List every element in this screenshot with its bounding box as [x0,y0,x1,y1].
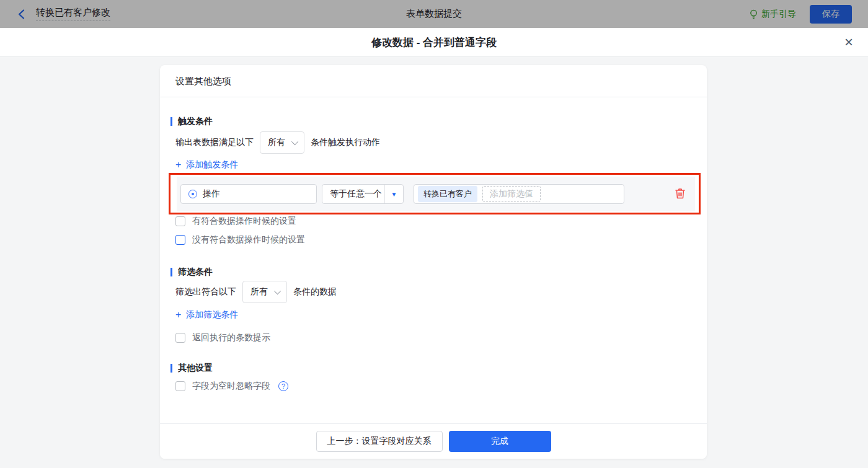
checkbox-row-count-hint: 返回执行的条数提示 [175,332,270,343]
add-filter-condition-label: 添加筛选条件 [186,309,238,320]
plus-icon: + [175,159,181,170]
checkbox-no-data-label: 没有符合数据操作时候的设置 [192,234,305,245]
checkbox-row-has-data: 有符合数据操作时候的设置 [175,216,296,227]
modal-title: 修改数据 - 合并到普通字段 [371,35,497,50]
plus-icon: + [175,309,181,320]
section-filter-title: 筛选条件 [178,267,213,278]
add-trigger-condition-link[interactable]: + 添加触发条件 [175,159,238,170]
card-footer: 上一步：设置字段对应关系 完成 [160,423,707,459]
trigger-prefix: 输出表数据满足以下 [175,137,254,148]
checkbox-row-no-data: 没有符合数据操作时候的设置 [175,234,305,245]
condition-operator-select[interactable]: 等于任意一个 ▼ [322,184,404,204]
modal-dim-overlay [0,0,868,28]
checkbox-row-ignore-empty: 字段为空时忽略字段 ? [175,381,288,392]
trigger-suffix: 条件触发执行动作 [311,137,380,148]
close-icon[interactable]: × [844,35,853,50]
caret-down-icon: ▼ [391,191,397,198]
chevron-down-icon [291,138,298,145]
checkbox-has-data[interactable] [175,216,185,226]
section-bar [170,268,172,276]
filter-suffix: 条件的数据 [293,286,337,298]
topbar: 表单数据提交 转换已有客户修改 新手引导 保存 [0,0,868,28]
trigger-match-row: 输出表数据满足以下 所有 条件触发执行动作 [175,131,380,154]
condition-field-value: 操作 [203,188,220,200]
radio-field-icon [188,190,197,198]
delete-icon[interactable] [675,187,687,201]
section-filter-heading: 筛选条件 [170,267,213,278]
checkbox-count-hint[interactable] [175,333,185,343]
previous-step-button[interactable]: 上一步：设置字段对应关系 [316,431,443,452]
section-bar [170,117,172,126]
condition-field-select[interactable]: 操作 [180,184,317,204]
filter-prefix: 筛选出符合以下 [175,286,236,298]
filter-match-select[interactable]: 所有 [242,281,287,303]
filter-match-value: 所有 [250,286,268,298]
condition-value-input[interactable]: 转换已有客户 添加筛选值 [414,184,624,204]
section-other-heading: 其他设置 [170,363,213,374]
checkbox-ignore-empty-label: 字段为空时忽略字段 [192,381,270,392]
chevron-down-icon [274,288,281,294]
card-header: 设置其他选项 [160,65,707,97]
add-filter-condition-link[interactable]: + 添加筛选条件 [175,309,238,320]
condition-value-tag[interactable]: 转换已有客户 [418,186,477,202]
section-bar [170,364,172,373]
settings-card: 设置其他选项 触发条件 输出表数据满足以下 所有 条件触发执行动作 + 添加触发… [160,65,707,459]
filter-match-row: 筛选出符合以下 所有 条件的数据 [175,281,337,303]
trigger-match-select[interactable]: 所有 [260,131,304,154]
card-header-title: 设置其他选项 [175,65,231,97]
section-trigger-heading: 触发条件 [170,116,213,127]
section-trigger-title: 触发条件 [178,116,213,127]
trigger-match-value: 所有 [268,137,285,148]
done-button[interactable]: 完成 [449,431,551,452]
checkbox-no-data[interactable] [175,235,185,245]
section-other-title: 其他设置 [178,363,213,374]
add-trigger-condition-label: 添加触发条件 [186,159,238,170]
checkbox-ignore-empty[interactable] [175,381,185,391]
modal: 修改数据 - 合并到普通字段 × 设置其他选项 触发条件 输出表数据满足以下 所… [0,28,868,468]
operator-caret-button[interactable]: ▼ [384,185,403,203]
add-filter-value-chip[interactable]: 添加筛选值 [482,186,541,202]
modal-header: 修改数据 - 合并到普通字段 × [0,28,868,57]
checkbox-has-data-label: 有符合数据操作时候的设置 [192,216,296,227]
checkbox-count-hint-label: 返回执行的条数提示 [192,332,270,343]
condition-operator-value: 等于任意一个 [322,188,384,200]
help-icon[interactable]: ? [278,381,288,391]
